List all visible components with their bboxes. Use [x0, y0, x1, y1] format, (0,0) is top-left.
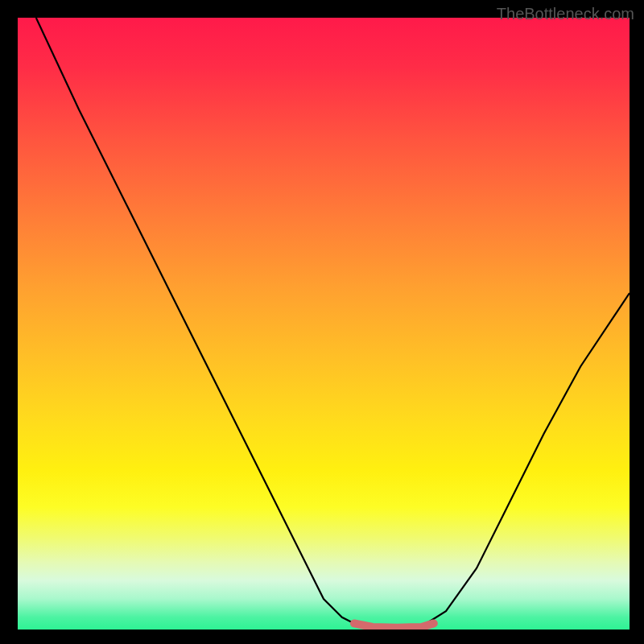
- chart-svg: [18, 18, 630, 630]
- right-curve: [422, 293, 630, 626]
- left-curve: [36, 18, 366, 626]
- bottom-flat-highlight: [354, 623, 434, 627]
- credit-text: TheBottleneck.com: [497, 5, 634, 23]
- plot-area: [18, 18, 630, 630]
